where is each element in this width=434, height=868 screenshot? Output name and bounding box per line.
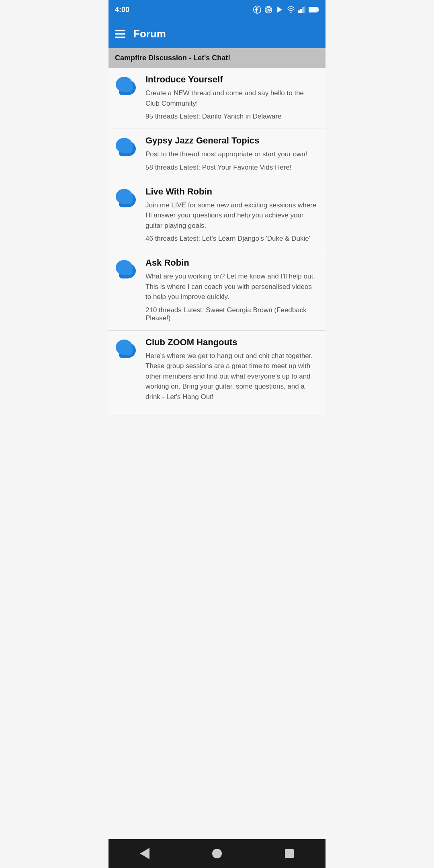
forum-content: Club ZOOM Hangouts Here's where we get t… [145, 337, 319, 406]
menu-icon[interactable] [115, 30, 125, 38]
battery-icon [309, 7, 319, 12]
forum-description: Join me LIVE for some new and exciting s… [145, 200, 319, 231]
forum-title: Ask Robin [145, 258, 319, 268]
status-bar: 4:00 [108, 0, 326, 19]
forum-item-live-with-robin[interactable]: Live With Robin Join me LIVE for some ne… [108, 180, 326, 252]
svg-rect-6 [300, 9, 302, 13]
bubble-front [116, 77, 133, 92]
svg-rect-7 [302, 7, 304, 13]
play-icon [276, 6, 284, 14]
wifi-icon [287, 6, 295, 13]
svg-rect-10 [309, 8, 317, 12]
forum-icon [115, 259, 139, 280]
forum-item-gypsy-jazz-general[interactable]: Gypsy Jazz General Topics Post to the th… [108, 129, 326, 180]
facebook-icon [253, 6, 261, 14]
forum-item-club-zoom-hangouts[interactable]: Club ZOOM Hangouts Here's where we get t… [108, 331, 326, 415]
bubble-front [116, 138, 133, 153]
forum-title: Gypsy Jazz General Topics [145, 135, 319, 146]
status-icons [253, 6, 319, 14]
home-button[interactable] [205, 841, 229, 866]
recents-icon [285, 849, 294, 858]
bubble-front [116, 340, 133, 355]
at-icon [264, 6, 272, 14]
app-header: Forum [108, 19, 326, 48]
forum-content: Ask Robin What are you working on? Let m… [145, 258, 319, 322]
bubble-front [116, 260, 133, 275]
forum-content: Introduce Yourself Create a NEW thread a… [145, 74, 319, 121]
forum-meta: 58 threads Latest: Post Your Favorite Vi… [145, 164, 319, 172]
home-icon [212, 849, 222, 858]
forum-icon [115, 137, 139, 158]
bubble-front [116, 189, 133, 204]
forum-title: Introduce Yourself [145, 74, 319, 85]
forum-list: Introduce Yourself Create a NEW thread a… [108, 68, 326, 839]
forum-title: Live With Robin [145, 186, 319, 197]
forum-content: Live With Robin Join me LIVE for some ne… [145, 186, 319, 243]
section-header: Campfire Discussion - Let's Chat! [108, 48, 326, 68]
back-icon [140, 848, 149, 859]
forum-item-ask-robin[interactable]: Ask Robin What are you working on? Let m… [108, 251, 326, 331]
forum-icon [115, 188, 139, 209]
forum-icon [115, 339, 139, 360]
forum-meta: 46 threads Latest: Let's Learn Django's … [145, 235, 319, 243]
forum-description: Create a NEW thread and come and say hel… [145, 88, 319, 108]
forum-content: Gypsy Jazz General Topics Post to the th… [145, 135, 319, 172]
page-title: Forum [133, 28, 166, 40]
forum-icon [115, 76, 139, 97]
recents-button[interactable] [277, 841, 301, 866]
back-button[interactable] [133, 841, 157, 866]
section-header-text: Campfire Discussion - Let's Chat! [115, 54, 230, 62]
svg-marker-3 [277, 7, 282, 13]
forum-item-introduce-yourself[interactable]: Introduce Yourself Create a NEW thread a… [108, 68, 326, 129]
forum-title: Club ZOOM Hangouts [145, 337, 319, 348]
svg-rect-5 [298, 10, 300, 13]
forum-description: Here's where we get to hang out and chit… [145, 351, 319, 402]
forum-meta: 95 threads Latest: Danilo Yanich in Dela… [145, 113, 319, 121]
svg-rect-8 [304, 6, 305, 13]
signal-icon [298, 6, 305, 13]
bottom-navigation [108, 839, 326, 868]
forum-meta: 210 threads Latest: Sweet Georgia Brown … [145, 306, 319, 322]
svg-rect-11 [317, 8, 319, 11]
svg-point-2 [268, 9, 270, 11]
status-time: 4:00 [115, 6, 129, 14]
forum-description: What are you working on? Let me know and… [145, 271, 319, 302]
forum-description: Post to the thread most appropriate or s… [145, 149, 319, 160]
svg-point-4 [290, 12, 291, 13]
